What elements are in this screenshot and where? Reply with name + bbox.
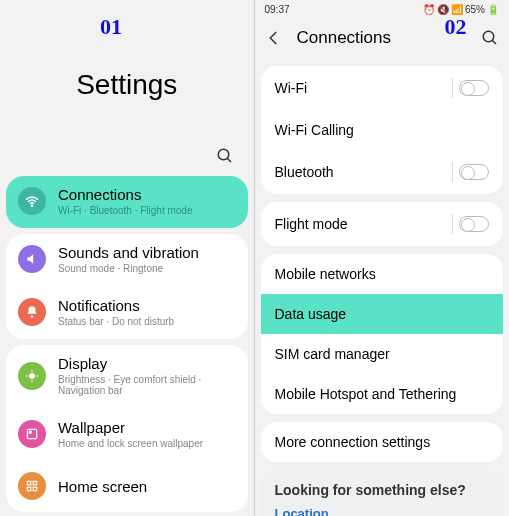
row-data-usage[interactable]: Data usage (261, 294, 504, 334)
row-label: Data usage (275, 306, 347, 322)
svg-rect-13 (27, 487, 31, 491)
row-bluetooth[interactable]: Bluetooth (261, 150, 504, 194)
footer-question: Looking for something else? (261, 470, 504, 500)
row-label: More connection settings (275, 434, 431, 450)
row-text: Notifications Status bar · Do not distur… (58, 297, 174, 327)
row-mobile-networks[interactable]: Mobile networks (261, 254, 504, 294)
battery-text: 65% (465, 4, 485, 15)
row-text: Display Brightness · Eye comfort shield … (58, 355, 236, 396)
back-button[interactable] (265, 29, 283, 47)
step-label-2: 02 (445, 14, 467, 40)
row-text: Connections Wi-Fi · Bluetooth · Flight m… (58, 186, 193, 216)
wallpaper-icon (18, 420, 46, 448)
svg-line-16 (492, 40, 496, 44)
svg-rect-9 (27, 429, 36, 438)
row-title: Display (58, 355, 236, 372)
page-title: Connections (297, 28, 468, 48)
svg-point-3 (31, 316, 33, 318)
wifi-toggle[interactable] (459, 80, 489, 96)
settings-card-2: Sounds and vibration Sound mode · Ringto… (6, 234, 248, 339)
row-label: Wi-Fi (275, 80, 308, 96)
row-text: Wallpaper Home and lock screen wallpaper (58, 419, 203, 449)
wifi-icon (18, 187, 46, 215)
group-2: Flight mode (261, 202, 504, 246)
settings-header: Settings (0, 0, 254, 170)
row-title: Notifications (58, 297, 174, 314)
row-sub: Status bar · Do not disturb (58, 316, 174, 327)
row-label: Flight mode (275, 216, 348, 232)
bluetooth-toggle[interactable] (459, 164, 489, 180)
row-flight-mode[interactable]: Flight mode (261, 202, 504, 246)
svg-point-4 (30, 373, 35, 378)
row-homescreen[interactable]: Home screen (6, 461, 248, 512)
settings-card-3: Display Brightness · Eye comfort shield … (6, 345, 248, 512)
bell-icon (18, 298, 46, 326)
group-3: Mobile networks Data usage SIM card mana… (261, 254, 504, 414)
status-indicators: ⏰ 🔇 📶 65% 🔋 (423, 4, 499, 15)
row-sounds[interactable]: Sounds and vibration Sound mode · Ringto… (6, 234, 248, 286)
row-text: Home screen (58, 478, 147, 495)
row-connections[interactable]: Connections Wi-Fi · Bluetooth · Flight m… (6, 176, 248, 228)
row-label: Wi-Fi Calling (275, 122, 354, 138)
signal-icon: 📶 (451, 4, 463, 15)
row-wallpaper[interactable]: Wallpaper Home and lock screen wallpaper (6, 408, 248, 461)
search-button[interactable] (481, 29, 499, 47)
step-label-1: 01 (100, 14, 122, 40)
row-label: SIM card manager (275, 346, 390, 362)
pane-step-2: 02 09:37 ⏰ 🔇 📶 65% 🔋 Connections Wi-Fi W… (255, 0, 510, 516)
row-notifications[interactable]: Notifications Status bar · Do not distur… (6, 286, 248, 339)
sound-icon (18, 245, 46, 273)
home-icon (18, 472, 46, 500)
svg-rect-11 (27, 481, 31, 485)
row-sub: Sound mode · Ringtone (58, 263, 199, 274)
svg-point-15 (483, 31, 494, 42)
svg-rect-14 (33, 487, 37, 491)
svg-point-2 (31, 205, 32, 206)
row-sub: Home and lock screen wallpaper (58, 438, 203, 449)
row-wifi-calling[interactable]: Wi-Fi Calling (261, 110, 504, 150)
row-text: Sounds and vibration Sound mode · Ringto… (58, 244, 199, 274)
row-wifi[interactable]: Wi-Fi (261, 66, 504, 110)
row-display[interactable]: Display Brightness · Eye comfort shield … (6, 345, 248, 408)
footer-link-location[interactable]: Location (261, 500, 504, 516)
settings-card-1: Connections Wi-Fi · Bluetooth · Flight m… (6, 176, 248, 228)
group-4: More connection settings (261, 422, 504, 462)
row-label: Mobile networks (275, 266, 376, 282)
connections-header: Connections (255, 18, 510, 58)
row-sub: Wi-Fi · Bluetooth · Flight mode (58, 205, 193, 216)
row-label: Mobile Hotspot and Tethering (275, 386, 457, 402)
svg-line-1 (227, 158, 231, 162)
row-title: Connections (58, 186, 193, 203)
svg-point-0 (218, 149, 229, 160)
pane-step-1: 01 Settings Connections Wi-Fi · Bluetoot… (0, 0, 255, 516)
group-1: Wi-Fi Wi-Fi Calling Bluetooth (261, 66, 504, 194)
row-title: Sounds and vibration (58, 244, 199, 261)
row-label: Bluetooth (275, 164, 334, 180)
alarm-icon: ⏰ (423, 4, 435, 15)
status-time: 09:37 (265, 4, 290, 15)
flight-toggle[interactable] (459, 216, 489, 232)
svg-rect-12 (33, 481, 37, 485)
dnd-icon: 🔇 (437, 4, 449, 15)
row-more-settings[interactable]: More connection settings (261, 422, 504, 462)
display-icon (18, 362, 46, 390)
row-sim-card[interactable]: SIM card manager (261, 334, 504, 374)
row-title: Home screen (58, 478, 147, 495)
row-hotspot[interactable]: Mobile Hotspot and Tethering (261, 374, 504, 414)
search-icon (481, 29, 499, 47)
chevron-left-icon (265, 29, 283, 47)
connections-list: Wi-Fi Wi-Fi Calling Bluetooth Flight mod… (255, 66, 510, 516)
row-title: Wallpaper (58, 419, 203, 436)
svg-point-10 (29, 431, 31, 433)
search-button[interactable] (216, 147, 234, 165)
status-bar: 09:37 ⏰ 🔇 📶 65% 🔋 (255, 0, 510, 18)
footer-block: Looking for something else? Location (261, 470, 504, 516)
battery-icon: 🔋 (487, 4, 499, 15)
row-sub: Brightness · Eye comfort shield · Naviga… (58, 374, 236, 396)
search-icon (216, 147, 234, 165)
page-title: Settings (76, 69, 177, 101)
